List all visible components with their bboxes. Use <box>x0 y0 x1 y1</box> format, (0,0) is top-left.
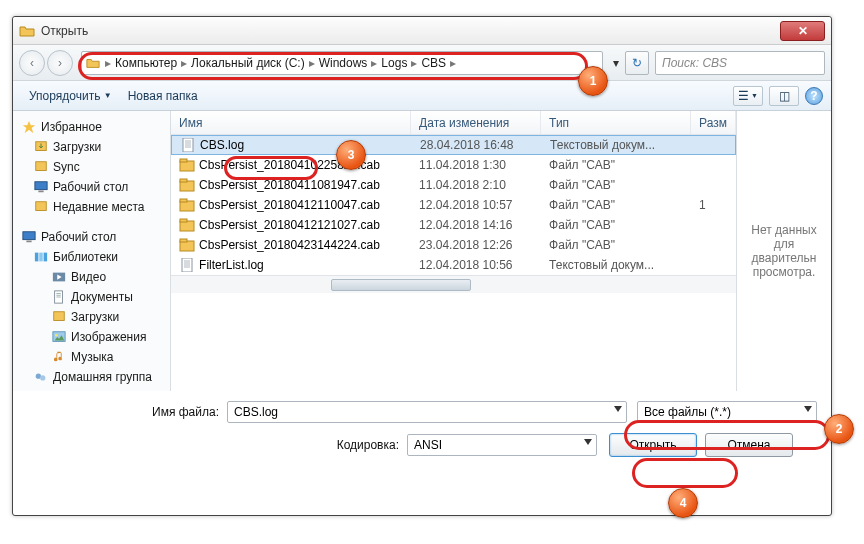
breadcrumb-item[interactable]: Локальный диск (C:) <box>188 56 308 70</box>
file-date: 12.04.2018 10:57 <box>411 198 541 212</box>
col-size[interactable]: Разм <box>691 111 736 134</box>
download-icon <box>51 309 67 325</box>
open-dialog: Открыть ✕ ‹ › ▸ Компьютер▸ Локальный дис… <box>12 16 832 516</box>
scroll-thumb[interactable] <box>331 279 471 291</box>
tree-recent[interactable]: Недавние места <box>17 197 166 217</box>
tree-downloads-lib[interactable]: Загрузки <box>17 307 166 327</box>
svg-rect-21 <box>180 179 187 182</box>
tree-downloads[interactable]: Загрузки <box>17 137 166 157</box>
download-icon <box>33 139 49 155</box>
svg-rect-6 <box>26 241 31 243</box>
horizontal-scrollbar[interactable] <box>171 275 736 293</box>
file-name: CBS.log <box>200 138 244 152</box>
file-row[interactable]: CbsPersist_20180423144224.cab23.04.2018 … <box>171 235 736 255</box>
dialog-footer: Имя файла: CBS.log Все файлы (*.*) Кодир… <box>13 391 831 479</box>
file-row[interactable]: CbsPersist_20180412110047.cab12.04.2018 … <box>171 195 736 215</box>
tree-video[interactable]: Видео <box>17 267 166 287</box>
drive-icon <box>86 56 100 70</box>
file-name: CbsPersist_20180412121027.cab <box>199 218 380 232</box>
file-row[interactable]: CbsPersist_20180412121027.cab12.04.2018 … <box>171 215 736 235</box>
svg-rect-25 <box>180 219 187 222</box>
file-size: 1 <box>691 198 736 212</box>
svg-rect-9 <box>44 253 48 262</box>
encoding-select[interactable]: ANSI <box>407 434 597 456</box>
svg-rect-12 <box>54 312 65 321</box>
filename-input[interactable]: CBS.log <box>227 401 627 423</box>
file-row[interactable]: CbsPersist_20180410225824.cab11.04.2018 … <box>171 155 736 175</box>
svg-point-14 <box>55 334 58 337</box>
file-name: FilterList.log <box>199 258 264 272</box>
file-row[interactable]: CbsPersist_20180411081947.cab11.04.2018 … <box>171 175 736 195</box>
file-list[interactable]: Имя Дата изменения Тип Разм CBS.log28.04… <box>171 111 736 391</box>
folder-icon <box>179 178 195 192</box>
homegroup-icon <box>33 369 49 385</box>
libraries-icon <box>33 249 49 265</box>
text-file-icon <box>180 138 196 152</box>
breadcrumb-item[interactable]: Windows <box>316 56 371 70</box>
desktop-icon <box>21 229 37 245</box>
col-date[interactable]: Дата изменения <box>411 111 541 134</box>
svg-rect-23 <box>180 199 187 202</box>
breadcrumb[interactable]: ▸ Компьютер▸ Локальный диск (C:)▸ Window… <box>81 51 603 75</box>
file-date: 12.04.2018 14:16 <box>411 218 541 232</box>
folder-open-icon <box>19 23 35 39</box>
cancel-button[interactable]: Отмена <box>705 433 793 457</box>
breadcrumb-dropdown-icon[interactable]: ▾ <box>609 56 623 70</box>
svg-rect-3 <box>38 191 43 193</box>
chevron-down-icon <box>614 406 622 412</box>
organize-menu[interactable]: Упорядочить ▼ <box>21 87 120 105</box>
body-area: Избранное Загрузки Sync Рабочий стол Нед… <box>13 111 831 391</box>
tree-libraries[interactable]: Библиотеки <box>17 247 166 267</box>
tree-pictures[interactable]: Изображения <box>17 327 166 347</box>
file-type: Файл "CAB" <box>541 178 691 192</box>
filetype-filter[interactable]: Все файлы (*.*) <box>637 401 817 423</box>
help-button[interactable]: ? <box>805 87 823 105</box>
navigation-tree[interactable]: Избранное Загрузки Sync Рабочий стол Нед… <box>13 111 171 391</box>
view-list-icon: ☰ <box>738 89 749 103</box>
file-row[interactable]: FilterList.log12.04.2018 10:56Текстовый … <box>171 255 736 275</box>
preview-pane-button[interactable]: ◫ <box>769 86 799 106</box>
preview-pane: Нет данных для дварительн просмотра. <box>736 111 831 391</box>
folder-icon <box>179 158 195 172</box>
tree-documents[interactable]: Документы <box>17 287 166 307</box>
col-type[interactable]: Тип <box>541 111 691 134</box>
search-input[interactable]: Поиск: CBS <box>655 51 825 75</box>
tree-homegroup[interactable]: Домашняя группа <box>17 367 166 387</box>
svg-rect-7 <box>35 253 39 262</box>
refresh-button[interactable]: ↻ <box>625 51 649 75</box>
navigation-bar: ‹ › ▸ Компьютер▸ Локальный диск (C:)▸ Wi… <box>13 45 831 81</box>
file-type: Текстовый докум... <box>542 138 692 152</box>
encoding-label: Кодировка: <box>27 438 407 452</box>
breadcrumb-item[interactable]: Logs <box>378 56 410 70</box>
view-mode-button[interactable]: ☰▼ <box>733 86 763 106</box>
forward-button[interactable]: › <box>47 50 73 76</box>
back-button[interactable]: ‹ <box>19 50 45 76</box>
sync-icon <box>33 159 49 175</box>
breadcrumb-item[interactable]: Компьютер <box>112 56 180 70</box>
svg-rect-19 <box>180 159 187 162</box>
refresh-icon: ↻ <box>632 56 642 70</box>
svg-rect-1 <box>36 162 47 171</box>
tree-favorites[interactable]: Избранное <box>17 117 166 137</box>
file-row[interactable]: CBS.log28.04.2018 16:48Текстовый докум..… <box>171 135 736 155</box>
svg-rect-4 <box>36 202 47 211</box>
preview-icon: ◫ <box>779 89 790 103</box>
pictures-icon <box>51 329 67 345</box>
file-type: Файл "CAB" <box>541 218 691 232</box>
file-name: CbsPersist_20180411081947.cab <box>199 178 380 192</box>
tree-sync[interactable]: Sync <box>17 157 166 177</box>
column-headers[interactable]: Имя Дата изменения Тип Разм <box>171 111 736 135</box>
breadcrumb-item[interactable]: CBS <box>418 56 449 70</box>
text-file-icon <box>179 258 195 272</box>
tree-desktop[interactable]: Рабочий стол <box>17 227 166 247</box>
close-button[interactable]: ✕ <box>780 21 825 41</box>
documents-icon <box>51 289 67 305</box>
col-name[interactable]: Имя <box>171 111 411 134</box>
file-date: 23.04.2018 12:26 <box>411 238 541 252</box>
tree-desktop-fav[interactable]: Рабочий стол <box>17 177 166 197</box>
toolbar: Упорядочить ▼ Новая папка ☰▼ ◫ ? <box>13 81 831 111</box>
chevron-left-icon: ‹ <box>30 56 34 70</box>
open-button[interactable]: Открыть <box>609 433 697 457</box>
tree-music[interactable]: Музыка <box>17 347 166 367</box>
new-folder-button[interactable]: Новая папка <box>120 87 206 105</box>
